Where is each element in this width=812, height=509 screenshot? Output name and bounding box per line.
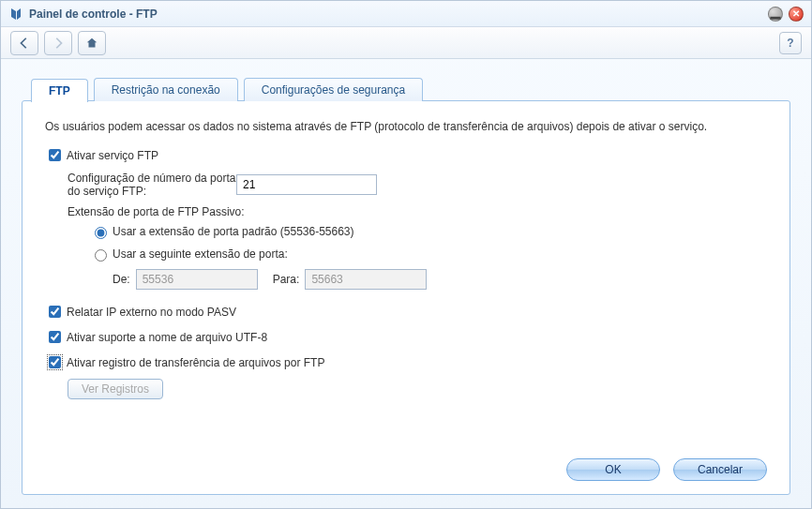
row-radio-custom: Usar a seguinte extensão de porta: — [45, 247, 767, 262]
arrow-left-icon — [18, 37, 31, 50]
tab-strip: FTP Restrição na conexão Configurações d… — [31, 78, 790, 101]
window-root: Painel de controle - FTP ✕ ? FTP Restriç… — [0, 0, 812, 509]
passive-label: Extensão de porta de FTP Passivo: — [45, 205, 767, 218]
view-log-button[interactable]: Ver Registros — [68, 379, 163, 399]
app-icon — [8, 7, 23, 22]
row-range-inputs: De: Para: — [45, 269, 767, 290]
row-log: Ativar registro de transferência de arqu… — [45, 353, 767, 371]
utf8-checkbox[interactable] — [49, 331, 61, 343]
svg-rect-0 — [770, 16, 780, 19]
home-button[interactable] — [78, 31, 106, 55]
enable-service-label[interactable]: Ativar serviço FTP — [67, 149, 158, 162]
row-utf8: Ativar suporte a nome de arquivo UTF-8 — [45, 328, 767, 346]
help-button[interactable]: ? — [779, 32, 802, 54]
range-from-input[interactable] — [136, 269, 258, 290]
titlebar: Painel de controle - FTP ✕ — [1, 1, 811, 27]
arrow-right-icon — [52, 37, 65, 50]
home-icon — [85, 37, 98, 50]
tab-panel-ftp: Os usuários podem acessar os dados no si… — [22, 100, 790, 495]
radio-default-label[interactable]: Usar a extensão de porta padrão (55536-5… — [113, 225, 354, 238]
tab-security[interactable]: Configurações de segurança — [244, 78, 423, 101]
port-input[interactable] — [236, 174, 377, 195]
back-button[interactable] — [10, 31, 38, 55]
content-area: FTP Restrição na conexão Configurações d… — [1, 59, 811, 508]
row-enable-service: Ativar serviço FTP — [45, 146, 767, 164]
tab-restriction[interactable]: Restrição na conexão — [94, 78, 238, 101]
row-viewlog: Ver Registros — [45, 379, 767, 399]
port-label: Configuração de número da porta do servi… — [68, 172, 236, 198]
radio-custom-range[interactable] — [95, 249, 107, 262]
range-from-label: De: — [113, 273, 130, 286]
enable-service-checkbox[interactable] — [49, 149, 61, 161]
range-to-input[interactable] — [305, 269, 427, 290]
footer-buttons: OK Cancelar — [45, 447, 767, 481]
help-icon: ? — [787, 37, 793, 50]
log-label[interactable]: Ativar registro de transferência de arqu… — [67, 356, 324, 369]
close-button[interactable]: ✕ — [789, 7, 804, 22]
forward-button[interactable] — [44, 31, 72, 55]
tab-ftp[interactable]: FTP — [31, 79, 88, 102]
radio-default-range[interactable] — [95, 227, 107, 239]
radio-custom-label[interactable]: Usar a seguinte extensão de porta: — [113, 247, 288, 261]
log-checkbox[interactable] — [49, 356, 61, 368]
minimize-button[interactable] — [768, 7, 783, 22]
toolbar: ? — [1, 27, 811, 59]
pasv-label[interactable]: Relatar IP externo no modo PASV — [67, 306, 236, 319]
row-port: Configuração de número da porta do servi… — [45, 172, 767, 198]
utf8-label[interactable]: Ativar suporte a nome de arquivo UTF-8 — [67, 331, 267, 344]
ok-button[interactable]: OK — [566, 458, 660, 481]
description-text: Os usuários podem acessar os dados no si… — [45, 118, 767, 135]
range-to-label: Para: — [273, 273, 300, 286]
row-pasv: Relatar IP externo no modo PASV — [45, 303, 767, 321]
window-title: Painel de controle - FTP — [29, 7, 762, 21]
row-radio-default: Usar a extensão de porta padrão (55536-5… — [45, 224, 767, 239]
pasv-checkbox[interactable] — [49, 306, 61, 318]
cancel-button[interactable]: Cancelar — [673, 458, 767, 481]
